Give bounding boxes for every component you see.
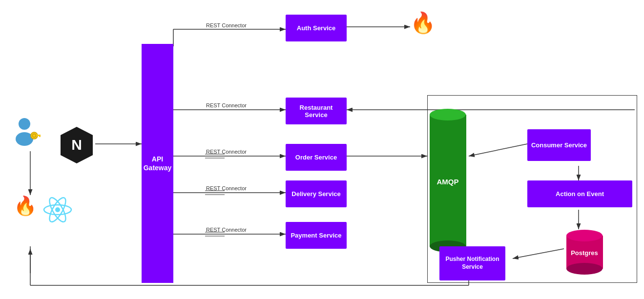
delivery-service-box: Delivery Service — [286, 180, 347, 207]
auth-service-box: Auth Service — [286, 15, 347, 41]
user-icon — [14, 117, 41, 150]
svg-point-50 — [566, 263, 602, 275]
svg-point-38 — [55, 207, 60, 212]
postgres-cylinder: Postgres — [564, 227, 605, 277]
svg-rect-37 — [39, 135, 41, 137]
api-gateway-label: API Gateway — [143, 155, 172, 172]
payment-service-box: Payment Service — [286, 222, 347, 249]
svg-text:AMQP: AMQP — [437, 178, 459, 186]
rest-connector-auth: REST Connector — [206, 22, 247, 28]
architecture-diagram: 🔥 N API Gateway Auth Service 🔥 REST Conn… — [0, 0, 644, 299]
pusher-service-box: Pusher Notification Service — [439, 246, 505, 280]
rest-connector-payment: REST Connector — [206, 227, 247, 233]
consumer-service-box: Consumer Service — [527, 129, 591, 161]
svg-text:N: N — [71, 137, 82, 153]
svg-point-32 — [19, 118, 30, 130]
rest-connector-order: REST Connector — [206, 149, 247, 155]
amqp-cylinder: AMQP — [427, 102, 469, 260]
svg-point-45 — [430, 109, 466, 120]
order-service-box: Order Service — [286, 144, 347, 171]
svg-point-33 — [16, 132, 33, 146]
api-gateway-box: API Gateway — [142, 44, 173, 283]
react-icon — [43, 195, 72, 226]
action-on-event-box: Action on Event — [527, 180, 632, 207]
nginx-icon: N — [56, 124, 98, 167]
svg-point-49 — [566, 230, 602, 241]
firebase-icon-right: 🔥 — [410, 11, 436, 35]
rest-connector-delivery: REST Connector — [206, 185, 247, 191]
firebase-icon-left: 🔥 — [14, 195, 37, 217]
restaurant-service-box: Restaurant Service — [286, 98, 347, 124]
rest-connector-restaurant: REST Connector — [206, 102, 247, 108]
svg-text:Postgres: Postgres — [571, 249, 598, 257]
